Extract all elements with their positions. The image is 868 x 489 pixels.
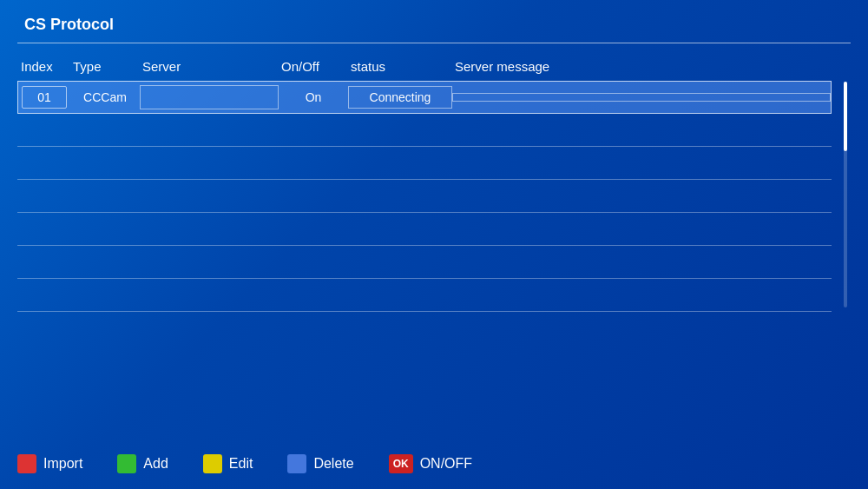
table-row-empty-6: [17, 246, 832, 279]
col-header-index: Index: [17, 59, 69, 74]
scrollbar-area: [840, 56, 851, 437]
delete-label: Delete: [313, 456, 353, 472]
col-header-type: Type: [69, 59, 139, 74]
col-header-server: Server: [139, 59, 278, 74]
cell-status-1: Connecting: [348, 86, 452, 109]
table-row-empty-2: [17, 114, 832, 147]
footer-item-import[interactable]: Import: [17, 454, 82, 473]
red-button-icon: [17, 454, 36, 473]
yellow-button-icon: [203, 454, 222, 473]
ok-button-icon: OK: [389, 454, 413, 473]
footer-item-edit[interactable]: Edit: [203, 454, 253, 473]
footer-item-delete[interactable]: Delete: [287, 454, 353, 473]
add-label: Add: [143, 456, 168, 472]
edit-label: Edit: [229, 456, 253, 472]
footer-item-onoff[interactable]: OK ON/OFF: [389, 454, 472, 473]
cell-index-1: 01: [22, 86, 67, 109]
footer-item-add[interactable]: Add: [117, 454, 168, 473]
scrollbar-track[interactable]: [844, 82, 847, 307]
cell-message-1: [452, 93, 831, 102]
table-body: 01 CCCam On Connecting: [17, 81, 832, 437]
green-button-icon: [117, 454, 136, 473]
scrollbar-thumb: [844, 82, 847, 151]
cell-server-1: [140, 85, 279, 109]
main-container: CS Protocol Index Type Server On/Off sta…: [0, 0, 868, 489]
table-row-empty-3: [17, 147, 832, 180]
title-bar: CS Protocol: [17, 16, 851, 43]
table-header: Index Type Server On/Off status Server m…: [17, 56, 832, 81]
import-label: Import: [43, 456, 82, 472]
onoff-label: ON/OFF: [420, 456, 472, 472]
table-section: Index Type Server On/Off status Server m…: [17, 56, 832, 437]
table-row-empty-5: [17, 213, 832, 246]
table-row-empty-7: [17, 279, 832, 312]
col-header-onoff: On/Off: [278, 59, 347, 74]
blue-button-icon: [287, 454, 306, 473]
table-row-empty-4: [17, 180, 832, 213]
table-row[interactable]: 01 CCCam On Connecting: [17, 81, 832, 114]
page-title: CS Protocol: [24, 16, 114, 34]
content-area: Index Type Server On/Off status Server m…: [17, 56, 851, 437]
cell-type-1: CCCam: [70, 87, 140, 108]
col-header-status: status: [347, 59, 451, 74]
cell-onoff-1: On: [279, 87, 348, 108]
footer: Import Add Edit Delete OK ON/OFF: [17, 437, 851, 473]
col-header-message: Server message: [451, 59, 832, 74]
